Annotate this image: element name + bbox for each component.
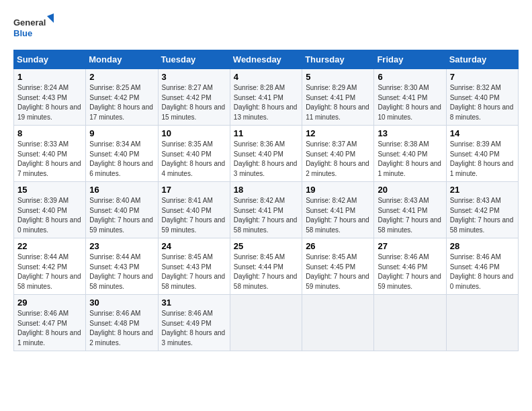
calendar-cell: 21 Sunrise: 8:43 AMSunset: 4:42 PMDaylig…: [446, 182, 518, 238]
calendar-cell: 5 Sunrise: 8:29 AMSunset: 4:41 PMDayligh…: [302, 69, 374, 126]
calendar-cell: [302, 295, 374, 351]
day-info: Sunrise: 8:43 AMSunset: 4:42 PMDaylight:…: [450, 197, 514, 234]
day-info: Sunrise: 8:39 AMSunset: 4:40 PMDaylight:…: [450, 140, 514, 177]
day-info: Sunrise: 8:29 AMSunset: 4:41 PMDaylight:…: [306, 84, 369, 121]
logo-svg: General Blue: [13, 13, 54, 43]
day-info: Sunrise: 8:44 AMSunset: 4:42 PMDaylight:…: [17, 253, 81, 290]
day-info: Sunrise: 8:46 AMSunset: 4:48 PMDaylight:…: [89, 310, 153, 347]
day-info: Sunrise: 8:43 AMSunset: 4:41 PMDaylight:…: [378, 197, 441, 234]
calendar-cell: 22 Sunrise: 8:44 AMSunset: 4:42 PMDaylig…: [14, 238, 86, 295]
day-number: 17: [162, 185, 226, 195]
calendar-cell: 8 Sunrise: 8:33 AMSunset: 4:40 PMDayligh…: [14, 126, 86, 182]
day-number: 27: [378, 241, 442, 251]
weekday-header-row: SundayMondayTuesdayWednesdayThursdayFrid…: [14, 50, 519, 69]
calendar-week-row: 8 Sunrise: 8:33 AMSunset: 4:40 PMDayligh…: [14, 126, 519, 182]
svg-text:General: General: [13, 17, 46, 28]
weekday-header: Friday: [374, 50, 446, 69]
calendar-cell: 12 Sunrise: 8:37 AMSunset: 4:40 PMDaylig…: [302, 126, 374, 182]
calendar-cell: 4 Sunrise: 8:28 AMSunset: 4:41 PMDayligh…: [230, 69, 302, 126]
calendar-week-row: 22 Sunrise: 8:44 AMSunset: 4:42 PMDaylig…: [14, 238, 519, 295]
day-info: Sunrise: 8:41 AMSunset: 4:40 PMDaylight:…: [162, 197, 226, 234]
calendar-cell: [446, 295, 518, 351]
svg-marker-2: [47, 13, 54, 23]
calendar-cell: 3 Sunrise: 8:27 AMSunset: 4:42 PMDayligh…: [158, 69, 230, 126]
calendar-cell: 20 Sunrise: 8:43 AMSunset: 4:41 PMDaylig…: [374, 182, 446, 238]
calendar-cell: 17 Sunrise: 8:41 AMSunset: 4:40 PMDaylig…: [158, 182, 230, 238]
day-number: 10: [162, 128, 226, 138]
day-number: 31: [162, 298, 226, 308]
day-number: 2: [89, 72, 154, 82]
day-number: 9: [89, 128, 154, 138]
day-number: 18: [234, 185, 298, 195]
calendar-week-row: 15 Sunrise: 8:39 AMSunset: 4:40 PMDaylig…: [14, 182, 519, 238]
day-info: Sunrise: 8:39 AMSunset: 4:40 PMDaylight:…: [17, 197, 81, 234]
day-info: Sunrise: 8:42 AMSunset: 4:41 PMDaylight:…: [306, 197, 369, 234]
calendar-week-row: 1 Sunrise: 8:24 AMSunset: 4:43 PMDayligh…: [14, 69, 519, 126]
day-number: 8: [17, 128, 82, 138]
day-info: Sunrise: 8:46 AMSunset: 4:47 PMDaylight:…: [17, 310, 81, 347]
day-info: Sunrise: 8:28 AMSunset: 4:41 PMDaylight:…: [234, 84, 298, 121]
day-number: 3: [162, 72, 226, 82]
day-info: Sunrise: 8:34 AMSunset: 4:40 PMDaylight:…: [89, 140, 153, 177]
day-info: Sunrise: 8:35 AMSunset: 4:40 PMDaylight:…: [162, 140, 226, 177]
calendar-table: SundayMondayTuesdayWednesdayThursdayFrid…: [13, 50, 519, 351]
page-header: General Blue: [13, 13, 519, 43]
day-number: 5: [306, 72, 370, 82]
weekday-header: Tuesday: [158, 50, 230, 69]
day-info: Sunrise: 8:44 AMSunset: 4:43 PMDaylight:…: [89, 253, 153, 290]
calendar-cell: 19 Sunrise: 8:42 AMSunset: 4:41 PMDaylig…: [302, 182, 374, 238]
calendar-cell: [230, 295, 302, 351]
calendar-week-row: 29 Sunrise: 8:46 AMSunset: 4:47 PMDaylig…: [14, 295, 519, 351]
day-number: 24: [162, 241, 226, 251]
calendar-cell: 16 Sunrise: 8:40 AMSunset: 4:40 PMDaylig…: [86, 182, 158, 238]
weekday-header: Wednesday: [230, 50, 302, 69]
calendar-cell: [374, 295, 446, 351]
logo: General Blue: [13, 13, 54, 43]
day-number: 30: [89, 298, 154, 308]
day-info: Sunrise: 8:45 AMSunset: 4:43 PMDaylight:…: [162, 253, 226, 290]
day-number: 11: [234, 128, 298, 138]
day-info: Sunrise: 8:27 AMSunset: 4:42 PMDaylight:…: [162, 84, 226, 121]
day-info: Sunrise: 8:45 AMSunset: 4:44 PMDaylight:…: [234, 253, 298, 290]
calendar-cell: 31 Sunrise: 8:46 AMSunset: 4:49 PMDaylig…: [158, 295, 230, 351]
calendar-cell: 24 Sunrise: 8:45 AMSunset: 4:43 PMDaylig…: [158, 238, 230, 295]
svg-text:Blue: Blue: [13, 28, 32, 38]
day-number: 15: [17, 185, 82, 195]
day-number: 1: [17, 72, 82, 82]
weekday-header: Saturday: [446, 50, 518, 69]
day-number: 21: [450, 185, 515, 195]
day-info: Sunrise: 8:45 AMSunset: 4:45 PMDaylight:…: [306, 253, 369, 290]
day-number: 6: [378, 72, 442, 82]
day-number: 7: [450, 72, 515, 82]
calendar-cell: 15 Sunrise: 8:39 AMSunset: 4:40 PMDaylig…: [14, 182, 86, 238]
weekday-header: Monday: [86, 50, 158, 69]
day-number: 16: [89, 185, 154, 195]
day-number: 12: [306, 128, 370, 138]
calendar-cell: 29 Sunrise: 8:46 AMSunset: 4:47 PMDaylig…: [14, 295, 86, 351]
day-number: 29: [17, 298, 82, 308]
calendar-cell: 14 Sunrise: 8:39 AMSunset: 4:40 PMDaylig…: [446, 126, 518, 182]
day-number: 4: [234, 72, 298, 82]
day-number: 20: [378, 185, 442, 195]
day-info: Sunrise: 8:40 AMSunset: 4:40 PMDaylight:…: [89, 197, 153, 234]
day-number: 19: [306, 185, 370, 195]
calendar-cell: 9 Sunrise: 8:34 AMSunset: 4:40 PMDayligh…: [86, 126, 158, 182]
day-info: Sunrise: 8:37 AMSunset: 4:40 PMDaylight:…: [306, 140, 369, 177]
day-number: 23: [89, 241, 154, 251]
calendar-cell: 28 Sunrise: 8:46 AMSunset: 4:46 PMDaylig…: [446, 238, 518, 295]
calendar-cell: 13 Sunrise: 8:38 AMSunset: 4:40 PMDaylig…: [374, 126, 446, 182]
day-info: Sunrise: 8:33 AMSunset: 4:40 PMDaylight:…: [17, 140, 81, 177]
calendar-cell: 30 Sunrise: 8:46 AMSunset: 4:48 PMDaylig…: [86, 295, 158, 351]
day-info: Sunrise: 8:42 AMSunset: 4:41 PMDaylight:…: [234, 197, 298, 234]
calendar-cell: 7 Sunrise: 8:32 AMSunset: 4:40 PMDayligh…: [446, 69, 518, 126]
day-info: Sunrise: 8:25 AMSunset: 4:42 PMDaylight:…: [89, 84, 153, 121]
calendar-cell: 11 Sunrise: 8:36 AMSunset: 4:40 PMDaylig…: [230, 126, 302, 182]
calendar-cell: 1 Sunrise: 8:24 AMSunset: 4:43 PMDayligh…: [14, 69, 86, 126]
day-number: 14: [450, 128, 515, 138]
calendar-cell: 18 Sunrise: 8:42 AMSunset: 4:41 PMDaylig…: [230, 182, 302, 238]
day-info: Sunrise: 8:32 AMSunset: 4:40 PMDaylight:…: [450, 84, 514, 121]
day-info: Sunrise: 8:38 AMSunset: 4:40 PMDaylight:…: [378, 140, 441, 177]
weekday-header: Thursday: [302, 50, 374, 69]
calendar-cell: 25 Sunrise: 8:45 AMSunset: 4:44 PMDaylig…: [230, 238, 302, 295]
calendar-cell: 26 Sunrise: 8:45 AMSunset: 4:45 PMDaylig…: [302, 238, 374, 295]
